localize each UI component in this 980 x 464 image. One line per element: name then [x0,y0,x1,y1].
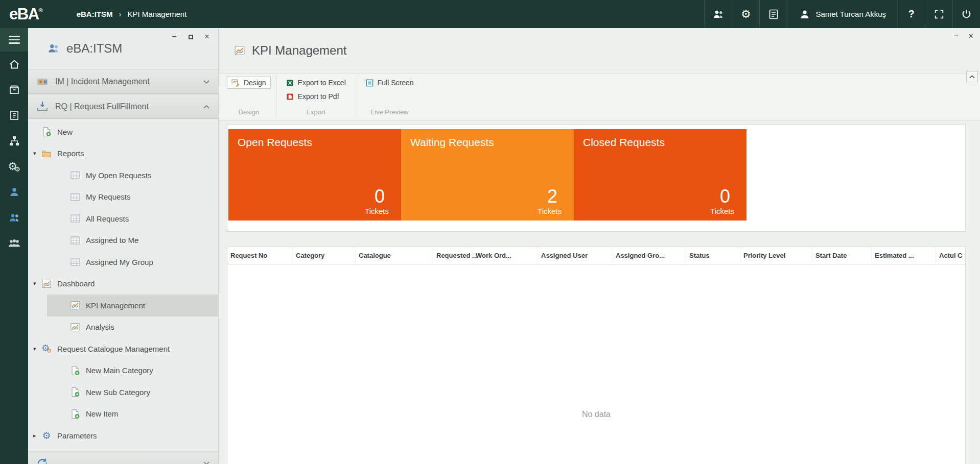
rail-clipboard-button[interactable] [0,103,28,128]
tree-item-label: Assigned My Group [86,258,153,266]
tree-item-label: Dashboard [57,279,95,288]
design-button[interactable]: Design [227,77,271,89]
tree-item-assigned-my-group[interactable]: Assigned My Group [28,251,218,273]
organization-button[interactable] [760,0,787,28]
export-excel-label: Export to Excel [298,79,346,87]
rail-home-button[interactable] [0,52,28,77]
user-menu[interactable]: Samet Turcan Akkuş [787,0,897,28]
expander-icon[interactable]: ▸ [28,432,39,439]
expander-icon[interactable]: ▾ [28,346,39,352]
app-logo-text: eBA [9,5,39,23]
column-header[interactable]: Status [686,247,740,264]
column-header[interactable]: Estimated ... [872,247,936,264]
kpi-card-waiting-requests[interactable]: Waiting Requests 2 Tickets [401,129,574,221]
export-excel-button[interactable]: Export to Excel [282,77,351,89]
column-header[interactable]: Request No [227,247,293,264]
column-header[interactable]: Requested ... [433,247,473,264]
tree-item-kpi-management[interactable]: KPI Management [28,295,218,316]
minimize-button[interactable]: − [953,32,959,40]
tree-item-assigned-to-me[interactable]: Assigned to Me [28,230,218,252]
tree-item-label: New [57,128,73,136]
column-header[interactable]: Priority Level [740,247,812,264]
ribbon-toolbar: Design Design Export to Excel Export to [219,73,980,120]
rail-profile-button[interactable] [0,179,28,205]
excel-icon [286,79,294,87]
logout-button[interactable] [953,0,980,28]
change-module-icon [36,457,49,464]
report-table-icon [70,257,80,267]
help-button[interactable]: ? [898,0,925,28]
design-icon [231,79,240,87]
panel-minimize-button[interactable]: − [170,33,178,41]
column-header[interactable]: Assigned User [538,247,613,264]
close-button[interactable]: × [968,32,973,40]
section-partial-bottom[interactable] [28,451,218,464]
full-screen-label: Full Screen [378,79,414,87]
navigation-panel: − × eBA:ITSM IM | Incident Management RQ… [28,28,219,464]
menu-toggle-button[interactable] [0,28,28,52]
delegation-button[interactable] [705,0,732,28]
expander-icon[interactable]: ▾ [28,150,39,157]
report-table-icon [70,192,80,202]
fullscreen-icon [934,9,945,20]
tree-item-all-requests[interactable]: All Requests [28,208,218,230]
registered-mark: ® [39,7,43,13]
tree-item-new-item[interactable]: New Item [28,403,218,425]
tree-item-new[interactable]: New [28,121,218,143]
tree-item-dashboard[interactable]: ▾ Dashboard [28,273,218,295]
requests-table-panel: Request No Category Catalogue Requested … [227,246,966,464]
column-header[interactable]: Category [293,247,356,264]
tree-item-parameters[interactable]: ▸ ⚙ Parameters [28,425,218,447]
panel-maximize-button[interactable] [186,33,195,41]
rail-team-button[interactable] [0,230,28,256]
panel-close-button[interactable]: × [203,33,211,41]
export-pdf-button[interactable]: Export to Pdf [282,90,344,103]
power-icon [961,8,972,20]
module-rail: ⚙⚙ [0,28,28,464]
analysis-chart-icon [70,322,80,332]
panel-title: eBA:ITSM [66,41,122,56]
kpi-card-open-requests[interactable]: Open Requests 0 Tickets [228,129,401,221]
tree-item-new-sub-category[interactable]: New Sub Category [28,381,218,403]
settings-button[interactable]: ⚙ [732,0,759,28]
reports-folder-icon [41,149,52,159]
tree-item-request-catalogue-management[interactable]: ▾ ⚙⚙ Request Catalogue Management [28,338,218,360]
main-area: − × KPI Management Design Design [219,28,980,464]
kpi-card-closed-requests[interactable]: Closed Requests 0 Tickets [574,129,746,221]
page-header: KPI Management [219,28,980,73]
fullscreen-button[interactable] [925,0,952,28]
ribbon-group-export: Export to Excel Export to Pdf Export [276,74,356,120]
tree-item-reports[interactable]: ▾ Reports [28,143,218,165]
rail-users-button[interactable] [0,205,28,230]
section-request-fulfillment[interactable]: RQ | Request FullFillment [28,94,218,119]
scroll-up-button[interactable] [966,71,978,82]
tree-item-analysis[interactable]: Analysis [28,316,218,338]
column-header[interactable]: Assigned Gro... [613,247,686,264]
tree-item-my-open-requests[interactable]: My Open Requests [28,164,218,186]
section-incident-management[interactable]: IM | Incident Management [28,69,218,94]
gears-icon: ⚙⚙ [8,161,20,173]
rail-package-button[interactable] [0,77,28,103]
report-table-icon [70,170,80,180]
rail-settings-button[interactable]: ⚙⚙ [0,154,28,179]
incident-module-icon [36,76,49,88]
user-icon [8,186,20,198]
catalogue-gear-icon: ⚙⚙ [41,344,52,354]
breadcrumb-app[interactable]: eBA:ITSM [77,10,113,18]
dashboard-content: Open Requests 0 Tickets Waiting Requests… [219,120,980,464]
column-header[interactable]: Start Date [812,247,872,264]
tree-item-new-main-category[interactable]: New Main Category [28,360,218,382]
app-logo[interactable]: eBA ® [0,5,50,23]
column-header[interactable]: Work Ord... [473,247,538,264]
document-add-icon [70,365,80,376]
expander-icon[interactable]: ▾ [28,280,39,287]
full-screen-button[interactable]: Full Screen [361,77,418,89]
tree-item-my-requests[interactable]: My Requests [28,186,218,208]
design-button-label: Design [244,79,266,87]
home-icon [8,58,20,70]
column-header[interactable]: Catalogue [356,247,433,264]
rail-workflow-button[interactable] [0,128,28,154]
section-label: IM | Incident Management [55,77,202,86]
column-header[interactable]: Actul C [936,247,965,264]
document-add-icon [41,127,52,137]
